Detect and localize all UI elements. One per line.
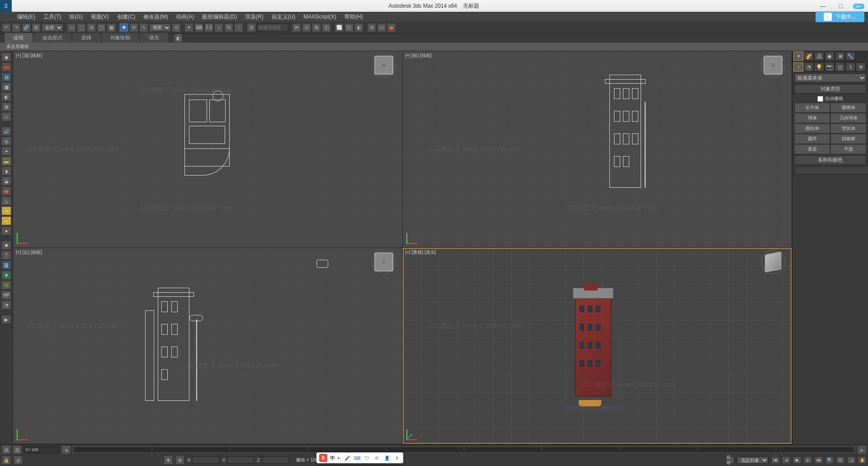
viewcube[interactable]: 左 [374,252,393,271]
redo-button[interactable]: ↷ [12,23,21,32]
lt-btn-13[interactable]: ◒ [1,176,11,185]
cp-prim-box[interactable]: 长方体 [794,103,830,113]
cp-prim-tube[interactable]: 管状体 [830,124,866,133]
download-button[interactable]: ↓ 下载中... [816,11,864,22]
select-button[interactable]: ▭ [67,23,76,32]
menu-edit[interactable]: 编辑(E) [14,12,39,22]
viewcube[interactable]: 前 [764,56,783,75]
menu-animation[interactable]: 动画(A) [172,12,198,22]
prev-frame-button[interactable]: ◂ [782,456,790,464]
cp-prim-sphere[interactable]: 球体 [794,113,830,123]
lt-btn-22[interactable]: ❋ [1,271,11,280]
lt-btn-11[interactable]: ▬ [1,157,11,166]
timeline-next-icon[interactable]: ▸ [857,445,866,454]
lt-btn-15[interactable]: △ [1,196,11,205]
link-button[interactable]: 🔗 [22,23,31,32]
lt-btn-19[interactable]: ✱ [1,241,11,250]
minimize-button[interactable]: — [814,0,832,12]
cp-prim-plane[interactable]: 平面 [830,144,866,154]
ime-toolbar[interactable]: S 中 •, 🎤 ⌨ 🛡 ⚙ 👤 ⬇ [316,452,403,463]
ref-coord-dropdown[interactable]: 视图 [149,24,171,32]
menu-grapheditors[interactable]: 图形编辑器(D) [198,12,241,22]
lock-icon[interactable]: 🔒 [2,456,11,465]
lt-btn-16[interactable]: ☀ [1,206,11,215]
ribbon-tab-objectpaint[interactable]: 对象绘制 [101,33,139,43]
percent-snap-button[interactable]: % [224,23,233,32]
lt-btn-25[interactable]: ◔ [1,300,11,309]
ime-logo-icon[interactable]: S [319,454,327,462]
ribbon-tab-modeling[interactable]: 建模 [5,33,33,43]
ime-keyboard-icon[interactable]: ⌨ [354,454,361,461]
lt-btn-14[interactable]: 🫖 [1,186,11,195]
menu-group[interactable]: 组(G) [66,12,86,22]
snap-toggle-button[interactable]: 2.5 [204,23,213,32]
ribbon-tab-selection[interactable]: 选择 [72,33,100,43]
selection-filter-dropdown[interactable]: 全部 [42,24,63,32]
use-pivot-button[interactable]: ⊙ [172,23,181,32]
viewport-left[interactable]: [+] [左] [线框] 左 CG模型王 www.CGMXW.com [13,248,402,444]
frame-indicator[interactable]: 0 / 100 [24,446,60,453]
viewport-top[interactable]: [+] [顶] [线框] 顶 CG模型王 www.CGMXW.com CG模型王… [13,51,402,247]
timeline-track[interactable] [72,447,855,453]
ribbon-collapse-icon[interactable]: ◧ [174,33,183,43]
next-frame-button[interactable]: ▸ [804,456,812,464]
goto-end-button[interactable]: ⏭ [815,456,823,464]
lt-btn-26[interactable]: ▶ [1,315,11,324]
select-object-button[interactable]: ⬚ [77,23,86,32]
cp-prim-cylinder[interactable]: 圆柱体 [794,124,830,133]
cp-autogrid-checkbox[interactable] [817,96,823,102]
cp-sub-shapes[interactable]: ◔ [804,62,814,71]
render-frame-button[interactable]: ▭ [377,23,386,32]
cp-rollout-objecttype[interactable]: 对象类型 [794,84,866,94]
viewport-label[interactable]: [+] [顶] [线框] [16,52,42,59]
keymode-dropdown[interactable]: 选定对象 [737,456,769,464]
move-button[interactable]: ✥ [119,23,128,32]
cp-category-dropdown[interactable]: 标准基本体 [794,73,866,82]
lt-btn-3[interactable]: ▤ [1,72,11,81]
named-selection-button[interactable]: ☰ [247,23,256,32]
lt-btn-4[interactable]: ▦ [1,82,11,91]
lt-btn-18[interactable]: ● [1,226,11,235]
cp-sub-cameras[interactable]: 📷 [825,62,835,71]
undo-button[interactable]: ↶ [2,23,11,32]
cp-tab-modify[interactable]: 🌈 [804,52,814,61]
cp-prim-geosphere[interactable]: 几何球体 [830,113,866,123]
transform-type-icon[interactable]: ⊕ [175,456,184,465]
lt-btn-20[interactable]: 📍 [1,251,11,260]
menu-modifiers[interactable]: 修改器(M) [140,12,171,22]
cp-sub-lights[interactable]: 💡 [814,62,824,71]
cp-prim-teapot[interactable]: 茶壶 [794,144,830,154]
ime-settings-icon[interactable]: ⚙ [373,454,381,461]
viewport-label[interactable]: [+] [透视] [真实] [406,249,436,256]
lt-btn-6[interactable]: ⊞ [1,102,11,111]
rotate-button[interactable]: ⟲ [129,23,138,32]
spinner-snap-button[interactable]: ↕ [234,23,243,32]
menu-tools[interactable]: 工具(T) [40,12,65,22]
viewport-label[interactable]: [+] [左] [线框] [16,249,42,256]
menu-rendering[interactable]: 渲染(R) [241,12,267,22]
render-setup-button[interactable]: ⚙ [367,23,376,32]
cp-tab-motion[interactable]: ◉ [825,52,835,61]
select-by-name-button[interactable]: ☰ [87,23,96,32]
ribbon-tab-freeform[interactable]: 自由形式 [33,33,71,43]
lt-btn-23[interactable]: 🌿 [1,281,11,290]
lt-btn-9[interactable]: ◎ [1,137,11,146]
window-crossing-button[interactable]: ▦ [107,23,116,32]
lt-btn-2[interactable]: ▭ [1,62,11,71]
maximize-button[interactable]: □ [832,0,850,12]
named-selection-input[interactable] [257,24,288,32]
viewcube[interactable]: 顶 [374,56,393,75]
z-input[interactable] [262,456,289,464]
timeline[interactable]: ⊞ ⊟ 0 / 100 ◂ ▸ [0,445,868,455]
render-button[interactable]: 🫖 [387,23,396,32]
cp-prim-torus[interactable]: 圆环 [794,134,830,144]
cp-sub-spacewarps[interactable]: ⌇ [845,62,855,71]
nav-zoom-icon[interactable]: 🔍 [826,456,834,464]
menu-create[interactable]: 创建(C) [113,12,139,22]
schematic-view-button[interactable]: ⿻ [344,23,354,32]
lt-btn-5[interactable]: ◐ [1,92,11,101]
lt-btn-17[interactable]: ● [1,216,11,225]
scale-button[interactable]: ⤡ [139,23,148,32]
ime-voice-icon[interactable]: 🎤 [344,454,351,461]
material-editor-button[interactable]: ◐ [354,23,363,32]
